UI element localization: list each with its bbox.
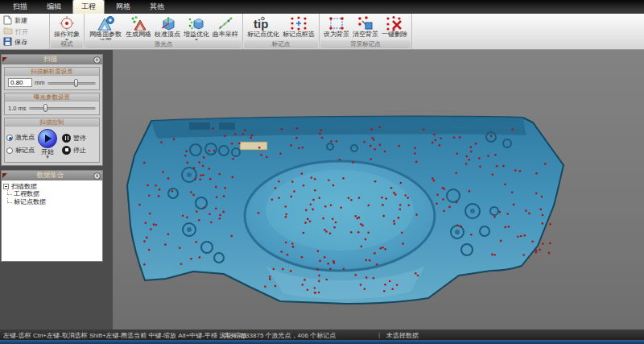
status-separator: | (378, 331, 380, 338)
save-button[interactable]: 保存 (3, 37, 46, 48)
generate-mesh-icon (130, 15, 147, 31)
radio-marker-point-label: 标记点 (15, 146, 35, 155)
delete-x-icon (386, 15, 403, 31)
clear-background-button[interactable]: 清空背景 (351, 15, 380, 39)
tab-edit[interactable]: 编辑 (39, 0, 69, 14)
radio-dot-icon (6, 147, 13, 154)
radio-dot-icon (6, 135, 13, 141)
cube-axes-icon (159, 15, 176, 31)
curvature-sample-icon (217, 15, 234, 31)
resolution-groupbox: 扫描解析度设置 mm (4, 67, 100, 90)
pause-button-label: 暂停 (73, 134, 86, 143)
status-separator: | (216, 331, 217, 338)
scan-control-group-title: 扫描控制 (5, 118, 99, 126)
status-bar: 左键-选框 Ctrl+左键-取消选框 Shift+左键-圈选当前 中键-缩放 A… (0, 329, 644, 340)
marker-optimize-label: 标记点优化 (247, 31, 279, 39)
set-background-icon (328, 15, 345, 31)
marker-frame-select-button[interactable]: 标记点框选 (281, 15, 316, 39)
point-count-text: 共有 4533875 个激光点，406 个标记点 (224, 331, 336, 340)
resolution-unit-label: mm (35, 79, 45, 86)
data-panel-title: 数据集合 (7, 171, 93, 180)
data-tree: 扫描数据 工程数据 标记点数据 (2, 180, 102, 261)
open-button-label: 打开 (15, 27, 28, 36)
radio-laser-point[interactable]: 激光点 (6, 133, 35, 142)
tree-item-marker-data[interactable]: 标记点数据 (14, 198, 101, 206)
open-folder-icon (3, 27, 13, 36)
delete-all-button[interactable]: 一键删除 (380, 15, 409, 39)
set-background-label: 设为背景 (324, 31, 349, 39)
clear-background-icon (357, 15, 374, 31)
cube-dots-icon (188, 15, 205, 31)
resolution-slider[interactable] (47, 79, 97, 87)
group-label-background-marker: 背景标记点 (320, 40, 411, 48)
calibrate-vertex-label: 校准顶点 (155, 31, 180, 39)
marker-optimize-button[interactable]: tip 标记点优化 (246, 15, 281, 39)
main-area: 扫描 ∧ 扫描解析度设置 mm 曝光参数设置 (0, 50, 644, 329)
mesh-settings-icon (97, 15, 114, 31)
clear-background-label: 清空背景 (353, 31, 378, 39)
data-collection-panel: 数据集合 ∧ 扫描数据 工程数据 标记点数据 (1, 170, 103, 262)
resolution-group-title: 扫描解析度设置 (5, 68, 99, 76)
radio-laser-point-label: 激光点 (15, 133, 35, 142)
svg-text:tip: tip (254, 17, 268, 31)
new-button-label: 新建 (14, 16, 27, 25)
pause-button[interactable]: 暂停 (62, 134, 86, 143)
exposure-group-title: 曝光参数设置 (5, 93, 99, 102)
ribbon: 新建 打开 保存 操作对象 ▼ 模式 (0, 14, 644, 50)
tab-mesh[interactable]: 网格 (108, 0, 138, 14)
app-window: 扫描 编辑 工程 网格 其他 新建 打开 保存 (0, 0, 644, 344)
marker-frame-select-label: 标记点框选 (283, 31, 315, 39)
open-button[interactable]: 打开 (3, 27, 46, 37)
tab-other[interactable]: 其他 (142, 0, 172, 14)
stop-button-label: 停止 (73, 146, 86, 155)
save-button-label: 保存 (14, 38, 27, 47)
new-file-icon (3, 15, 12, 27)
scan-panel-header: 扫描 ∧ (2, 55, 102, 64)
operate-object-button[interactable]: 操作对象 ▼ (52, 15, 81, 43)
target-icon (59, 15, 75, 31)
group-label-mode: 模式 (51, 40, 83, 48)
tree-item-project-data[interactable]: 工程数据 (14, 190, 101, 198)
gain-optimize-button[interactable]: 增益优化 ▼ (182, 15, 211, 43)
generate-mesh-label: 生成网格 (126, 31, 151, 39)
ribbon-tab-bar: 扫描 编辑 工程 网格 其他 (0, 0, 644, 14)
exposure-slider[interactable] (29, 104, 96, 112)
exposure-groupbox: 曝光参数设置 1.0 ms (4, 93, 100, 115)
stop-button[interactable]: 停止 (62, 146, 86, 155)
tree-item-scan-data[interactable]: 扫描数据 (3, 182, 101, 190)
save-floppy-icon (3, 37, 12, 48)
marker-dots-plus-icon (289, 15, 308, 31)
tab-scan[interactable]: 扫描 (5, 0, 35, 14)
tab-project[interactable]: 工程 (72, 0, 105, 14)
tip-logo-icon: tip (251, 15, 275, 31)
scan-panel: 扫描 ∧ 扫描解析度设置 mm 曝光参数设置 (1, 54, 103, 166)
tree-root-label: 扫描数据 (11, 182, 37, 191)
ribbon-group-background-marker: 设为背景 清空背景 一键删除 背景标记点 (320, 14, 412, 49)
delete-all-label: 一键删除 (382, 31, 407, 39)
scan-panel-title: 扫描 (7, 55, 93, 64)
mouse-hints-text: 左键-选框 Ctrl+左键-取消选框 Shift+左键-圈选当前 中键-缩放 A… (3, 331, 247, 340)
group-label-marker-point: 标记点 (244, 40, 318, 48)
resolution-input[interactable] (8, 78, 32, 87)
tree-collapse-icon[interactable] (3, 184, 9, 189)
scan-control-groupbox: 扫描控制 激光点 标记点 (4, 118, 100, 163)
ribbon-group-laser-point: 网格面参数设置 生成网格 校准顶点 增益优化 ▼ (85, 14, 243, 49)
ribbon-group-marker-point: tip 标记点优化 标记点框选 标记点 (243, 14, 320, 49)
generate-mesh-button[interactable]: 生成网格 (124, 15, 153, 39)
set-background-button[interactable]: 设为背景 (322, 15, 351, 39)
calibrate-vertex-button[interactable]: 校准顶点 (153, 15, 182, 39)
data-panel-header: 数据集合 ∧ (2, 171, 102, 180)
start-scan-button[interactable] (38, 129, 57, 148)
radio-marker-point[interactable]: 标记点 (6, 146, 35, 155)
viewport-3d[interactable] (113, 50, 644, 329)
file-group: 新建 打开 保存 (0, 14, 50, 49)
collapse-panel-icon[interactable]: ∧ (93, 172, 101, 180)
left-panel-column: 扫描 ∧ 扫描解析度设置 mm 曝光参数设置 (0, 50, 113, 329)
play-icon (45, 135, 52, 143)
curvature-sample-button[interactable]: 曲率采样 (211, 15, 240, 39)
new-button[interactable]: 新建 (3, 15, 46, 26)
group-label-laser-point: 激光点 (85, 40, 242, 48)
curvature-sample-label: 曲率采样 (213, 31, 238, 39)
stop-icon (62, 146, 71, 155)
collapse-panel-icon[interactable]: ∧ (93, 56, 101, 64)
